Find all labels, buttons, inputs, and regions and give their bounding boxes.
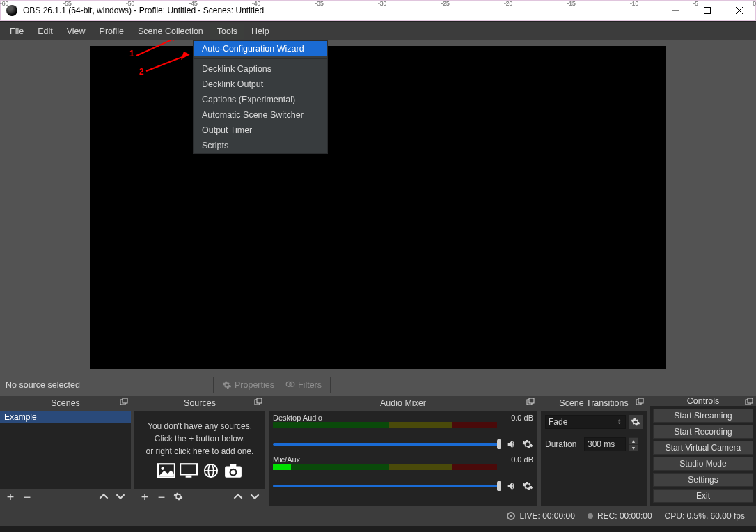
transition-select[interactable]: Fade ⇕ — [545, 415, 626, 429]
svg-rect-26 — [529, 398, 534, 403]
start-virtual-camera-button[interactable]: Start Virtual Camera — [653, 441, 753, 455]
status-cpu: CPU: 0.5%, 60.00 fps — [665, 511, 745, 521]
menu-tools[interactable]: Tools — [210, 24, 244, 39]
tools-item-output-timer[interactable]: Output Timer — [194, 123, 327, 138]
mixer-channel-mic: Mic/Aux 0.0 dB -60-55-50-45-40-35-30-25-… — [273, 455, 533, 492]
meter-bars — [273, 464, 497, 471]
menu-file[interactable]: File — [3, 24, 31, 39]
channel-settings-icon[interactable] — [522, 480, 533, 492]
tools-item-scene-switcher[interactable]: Automatic Scene Switcher — [194, 107, 327, 123]
image-icon — [157, 463, 175, 478]
volume-slider[interactable] — [273, 443, 501, 446]
menu-profile[interactable]: Profile — [93, 24, 131, 39]
channel-level: 0.0 dB — [511, 414, 533, 422]
menu-help[interactable]: Help — [244, 24, 276, 39]
transitions-popout-icon[interactable] — [636, 398, 644, 408]
tools-item-auto-config[interactable]: Auto-Configuration Wizard — [194, 41, 327, 56]
scene-up-button[interactable] — [97, 490, 110, 505]
svg-rect-11 — [123, 398, 127, 403]
duration-field[interactable]: 300 ms — [584, 437, 626, 451]
meter-bars — [273, 422, 497, 429]
controls-popout-icon[interactable] — [745, 398, 753, 408]
sources-empty[interactable]: You don't have any sources. Click the + … — [134, 411, 265, 489]
meter-scale: -60-55-50-45-40-35-30-25-20-15-10-50 — [0, 0, 756, 7]
record-dot-icon — [588, 513, 593, 519]
scenes-panel: Scenes Example + − — [0, 396, 131, 506]
sources-title: Sources — [184, 398, 216, 408]
source-down-button[interactable] — [249, 490, 261, 505]
tools-item-captions[interactable]: Captions (Experimental) — [194, 92, 327, 107]
menu-view[interactable]: View — [60, 24, 93, 39]
start-recording-button[interactable]: Start Recording — [653, 425, 753, 439]
speaker-icon[interactable] — [505, 439, 518, 450]
window-title: OBS 26.1.1 (64-bit, windows) - Profile: … — [23, 6, 659, 15]
channel-name: Mic/Aux — [273, 455, 300, 464]
scene-add-button[interactable]: + — [4, 490, 17, 505]
menu-scene-collection[interactable]: Scene Collection — [131, 24, 210, 39]
panels: Scenes Example + − Sources You don't hav… — [0, 396, 756, 506]
mixer-panel: Audio Mixer Desktop Audio 0.0 dB -60-55-… — [269, 396, 537, 506]
svg-rect-13 — [257, 398, 262, 403]
svg-rect-28 — [638, 398, 643, 403]
menu-separator — [194, 58, 327, 59]
sources-popout-icon[interactable] — [254, 398, 262, 408]
svg-rect-1 — [704, 8, 711, 14]
svg-rect-17 — [186, 476, 192, 478]
globe-icon — [202, 463, 220, 478]
svg-rect-16 — [180, 464, 197, 474]
status-live: LIVE: 00:00:00 — [507, 511, 574, 521]
preview-canvas[interactable] — [90, 46, 666, 369]
svg-point-9 — [290, 382, 294, 386]
channel-settings-icon[interactable] — [522, 439, 533, 450]
speaker-icon[interactable] — [505, 480, 518, 492]
source-remove-button[interactable]: − — [155, 490, 168, 505]
statusbar: LIVE: 00:00:00 REC: 00:00:00 CPU: 0.5%, … — [0, 506, 756, 526]
mixer-channel-desktop: Desktop Audio 0.0 dB -60-55-50-45-40-35-… — [273, 414, 533, 450]
controls-panel: Controls Start Streaming Start Recording… — [650, 396, 756, 506]
properties-button[interactable]: Properties — [219, 379, 277, 391]
transitions-panel: Scene Transitions Fade ⇕ Duration 300 ms… — [541, 396, 647, 506]
source-status: No source selected — [6, 380, 207, 390]
sources-panel: Sources You don't have any sources. Clic… — [134, 396, 265, 506]
source-up-button[interactable] — [232, 490, 244, 505]
camera-icon — [224, 463, 242, 478]
start-streaming-button[interactable]: Start Streaming — [653, 409, 753, 423]
mixer-title: Audio Mixer — [380, 398, 426, 408]
status-rec: REC: 00:00:00 — [588, 511, 652, 521]
scene-item[interactable]: Example — [0, 411, 131, 423]
transitions-title: Scene Transitions — [559, 398, 628, 408]
broadcast-icon — [507, 512, 515, 520]
scene-down-button[interactable] — [114, 490, 127, 505]
duration-spinner[interactable]: ▲▼ — [629, 437, 638, 451]
svg-rect-30 — [748, 398, 753, 403]
source-add-button[interactable]: + — [139, 490, 151, 505]
filters-button[interactable]: Filters — [283, 379, 324, 391]
menu-edit[interactable]: Edit — [31, 24, 60, 39]
svg-point-24 — [231, 470, 236, 475]
source-settings-button[interactable] — [172, 490, 184, 505]
scene-remove-button[interactable]: − — [21, 490, 33, 505]
studio-mode-button[interactable]: Studio Mode — [653, 457, 753, 471]
mixer-popout-icon[interactable] — [526, 398, 535, 408]
tools-item-decklink-captions[interactable]: Decklink Captions — [194, 61, 327, 77]
duration-label: Duration — [545, 439, 581, 449]
svg-marker-5 — [173, 40, 180, 42]
volume-slider[interactable] — [273, 485, 501, 487]
preview-area: 1 2 — [0, 40, 756, 375]
display-icon — [180, 463, 198, 478]
scenes-title: Scenes — [51, 398, 80, 408]
transition-settings-button[interactable] — [629, 415, 643, 429]
svg-point-15 — [161, 467, 164, 470]
menubar: File Edit View Profile Scene Collection … — [0, 21, 756, 40]
tools-dropdown: Auto-Configuration Wizard Decklink Capti… — [193, 40, 328, 154]
tools-item-scripts[interactable]: Scripts — [194, 138, 327, 153]
exit-button[interactable]: Exit — [653, 489, 753, 503]
tools-item-decklink-output[interactable]: Decklink Output — [194, 77, 327, 92]
channel-level: 0.0 dB — [511, 455, 533, 464]
scenes-popout-icon[interactable] — [120, 398, 128, 408]
source-toolbar: No source selected Properties Filters — [0, 375, 756, 396]
settings-button[interactable]: Settings — [653, 473, 753, 487]
svg-rect-22 — [230, 464, 237, 467]
controls-title: Controls — [687, 396, 720, 406]
channel-name: Desktop Audio — [273, 414, 322, 422]
